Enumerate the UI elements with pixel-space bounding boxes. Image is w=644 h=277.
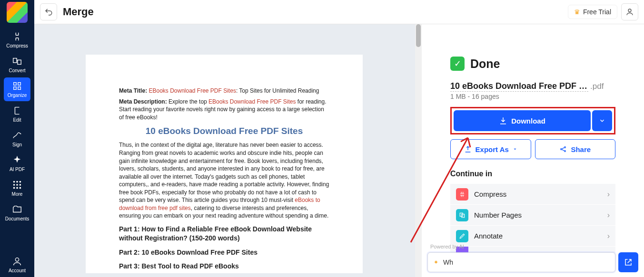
svg-point-16: [628, 9, 631, 12]
check-icon: ✓: [450, 57, 465, 71]
powered-by-label: Powered by AI: [430, 244, 464, 249]
caret-down-icon: [513, 147, 517, 152]
svg-point-10: [16, 184, 18, 186]
sidebar-item-sign[interactable]: Sign: [4, 127, 30, 151]
svg-point-6: [13, 181, 15, 183]
sidebar-item-label: More: [12, 191, 23, 197]
continue-item-label: Annotate: [474, 232, 602, 240]
share-label: Share: [571, 145, 591, 153]
meta-desc-pre: Explore the top: [167, 98, 208, 105]
svg-rect-4: [14, 87, 17, 90]
meta-title-rest: : Top Sites for Unlimited Reading: [236, 87, 319, 94]
continue-item-annotate[interactable]: Annotate ›: [450, 226, 615, 247]
continue-in-label: Continue in: [450, 170, 615, 178]
number-pages-icon: [456, 209, 468, 221]
doc-heading: 10 eBooks Download Free PDF Sites: [119, 125, 329, 137]
ai-launch-button[interactable]: [618, 252, 638, 272]
svg-point-8: [20, 181, 21, 183]
continue-item-number-pages[interactable]: Number Pages ›: [450, 205, 615, 226]
svg-point-15: [15, 258, 19, 261]
account-button[interactable]: [621, 3, 638, 20]
sidebar-item-more[interactable]: More: [4, 176, 30, 200]
continue-item-label: Number Pages: [474, 211, 602, 219]
continue-item-label: Compress: [474, 190, 602, 198]
svg-rect-2: [14, 83, 17, 86]
svg-point-13: [16, 187, 18, 189]
annotate-icon: [456, 230, 468, 242]
ai-input-text: Wh: [443, 258, 453, 266]
chevron-right-icon: ›: [607, 232, 610, 240]
sparkle-icon: ✦: [434, 259, 438, 266]
svg-point-18: [565, 147, 566, 148]
undo-button[interactable]: [40, 3, 57, 20]
export-icon: [464, 145, 472, 153]
meta-desc-link: EBooks Download Free PDF Sites: [208, 98, 296, 105]
file-name[interactable]: 10 eBooks Download Free PDF Sites…: [450, 81, 588, 92]
svg-point-9: [13, 184, 15, 186]
sidebar: Compress Convert Organize Edit Sign AI P…: [0, 0, 34, 277]
svg-point-12: [13, 187, 15, 189]
download-highlight-annotation: Download: [450, 107, 615, 134]
download-label: Download: [511, 117, 545, 125]
chevron-right-icon: ›: [607, 211, 610, 220]
user-icon: [625, 8, 634, 16]
chevron-down-icon: [599, 117, 605, 124]
export-label: Export As: [476, 145, 509, 153]
svg-point-7: [16, 181, 18, 183]
doc-part1: Part 1: How to Find a Reliable Free eBoo…: [119, 225, 329, 243]
sidebar-item-documents[interactable]: Documents: [4, 201, 30, 225]
document-page: Meta Title: EBooks Download Free PDF Sit…: [86, 55, 363, 273]
svg-rect-1: [18, 60, 21, 64]
app-logo[interactable]: [7, 2, 28, 23]
svg-point-14: [20, 187, 21, 189]
sidebar-item-label: Organize: [8, 93, 27, 98]
doc-part3: Part 3: Best Tool to Read PDF eBooks: [119, 262, 329, 271]
download-button[interactable]: Download: [454, 110, 591, 131]
compress-icon: [12, 31, 22, 42]
topbar: Merge ♛ Free Trial: [34, 0, 644, 24]
meta-title-link: EBooks Download Free PDF Sites: [149, 87, 236, 94]
svg-rect-3: [18, 83, 21, 86]
compress-icon: [456, 188, 468, 201]
scrollbar-track[interactable]: [415, 24, 422, 277]
sparkle-icon: [12, 155, 22, 165]
sidebar-item-edit[interactable]: Edit: [4, 102, 30, 126]
svg-point-17: [561, 149, 562, 150]
sidebar-item-organize[interactable]: Organize: [4, 77, 30, 101]
sidebar-item-label: Documents: [5, 216, 30, 221]
convert-icon: [12, 56, 22, 67]
file-extension: .pdf: [590, 82, 604, 91]
meta-title-label: Meta Title:: [119, 87, 147, 94]
doc-body-pre: Thus, in the context of the digital age,…: [119, 142, 329, 203]
sidebar-item-label: Edit: [13, 117, 21, 123]
free-trial-button[interactable]: ♛ Free Trial: [568, 5, 617, 19]
right-panel: ✓ Done 10 eBooks Download Free PDF Sites…: [422, 24, 644, 277]
crown-icon: ♛: [574, 8, 580, 16]
sidebar-item-compress[interactable]: Compress: [4, 28, 30, 52]
ai-chat-input[interactable]: ✦ Wh: [427, 252, 615, 272]
svg-rect-5: [18, 87, 21, 90]
sidebar-item-label: Account: [9, 268, 26, 273]
done-label: Done: [470, 57, 500, 71]
sidebar-item-label: Convert: [9, 68, 25, 73]
sidebar-item-account[interactable]: Account: [4, 253, 30, 277]
scrollbar-thumb[interactable]: [416, 24, 421, 47]
user-icon: [12, 256, 22, 267]
more-icon: [12, 180, 22, 190]
continue-item-compress[interactable]: Compress ›: [450, 184, 615, 205]
export-as-button[interactable]: Export As: [450, 139, 531, 159]
share-icon: [559, 145, 567, 153]
organize-icon: [12, 81, 22, 91]
download-options-button[interactable]: [592, 110, 612, 131]
undo-icon: [44, 8, 53, 16]
svg-point-19: [565, 151, 566, 152]
sign-icon: [12, 130, 22, 141]
sidebar-item-aipdf[interactable]: AI PDF: [4, 152, 30, 175]
edit-icon: [12, 105, 22, 116]
sidebar-item-convert[interactable]: Convert: [4, 53, 30, 76]
share-button[interactable]: Share: [535, 139, 616, 159]
chevron-right-icon: ›: [607, 190, 610, 199]
file-meta: 1 MB - 16 pages: [450, 93, 615, 100]
download-icon: [499, 116, 507, 125]
doc-part2: Part 2: 10 eBooks Download Free PDF Site…: [119, 248, 329, 257]
